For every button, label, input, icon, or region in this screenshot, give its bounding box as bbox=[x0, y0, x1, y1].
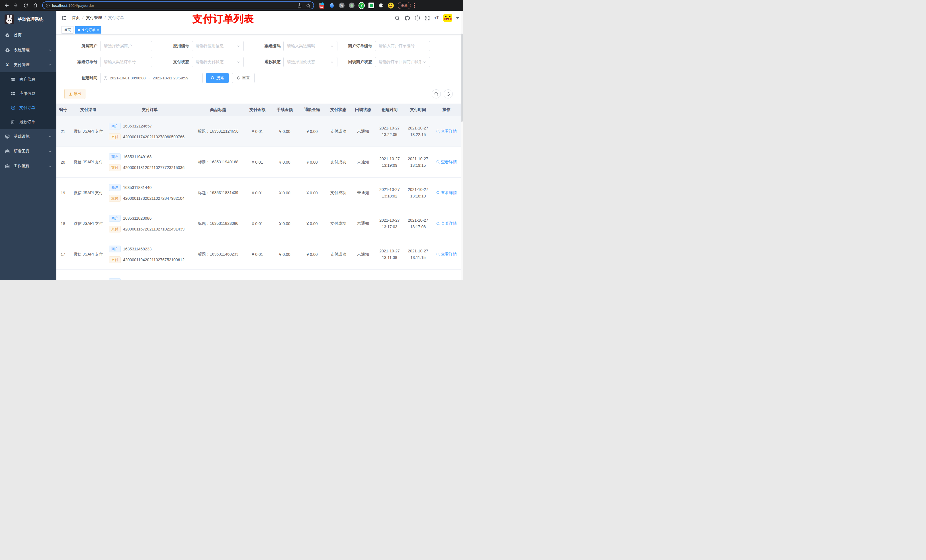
sidebar-fold-icon[interactable] bbox=[62, 15, 67, 21]
breadcrumb: 首页 / 支付管理 / 支付订单 bbox=[72, 15, 124, 21]
create-time-range-picker[interactable]: 2021-10-01 00:00:00 - 2021-10-31 23:59:5… bbox=[100, 73, 203, 83]
refresh-table-button[interactable] bbox=[443, 89, 453, 98]
sidebar-item-home[interactable]: 首页 bbox=[0, 28, 56, 43]
sidebar-item-system[interactable]: 系统管理 bbox=[0, 43, 56, 57]
view-detail-link[interactable]: 查看详情 bbox=[436, 129, 457, 134]
table-row-partial: 商户1635311157926 bbox=[56, 270, 463, 280]
search-icon[interactable] bbox=[395, 15, 400, 21]
sidebar-item-workflow[interactable]: 工作流程 bbox=[0, 159, 56, 174]
download-icon bbox=[69, 92, 72, 96]
extension-balloon-icon[interactable] bbox=[328, 2, 335, 9]
sidebar-item-dev-tools[interactable]: 研发工具 bbox=[0, 144, 56, 159]
address-bar[interactable]: localhost:1024/pay/order bbox=[42, 2, 314, 9]
pay-status-select[interactable]: 请选择支付状态 bbox=[192, 57, 244, 67]
refund-status-select[interactable]: 请选择退款状态 bbox=[283, 57, 337, 67]
user-menu-caret-icon[interactable] bbox=[456, 17, 459, 20]
sidebar-item-merchant-info[interactable]: 商户信息 bbox=[0, 72, 56, 86]
sidebar: 芋道管理系统 首页 系统管理 ¥ 支付管理 bbox=[0, 11, 56, 280]
svg-text:¥: ¥ bbox=[12, 106, 14, 109]
tab-pay-order[interactable]: 支付订单 × bbox=[75, 26, 101, 33]
documents-icon bbox=[11, 120, 15, 124]
sidebar-item-refund-order[interactable]: 退款订单 bbox=[0, 115, 56, 129]
sidebar-logo[interactable]: 芋道管理系统 bbox=[0, 11, 56, 28]
help-icon[interactable] bbox=[415, 15, 420, 21]
home-icon[interactable] bbox=[32, 2, 39, 9]
extension-chat-icon[interactable] bbox=[368, 3, 374, 8]
sidebar-item-pay-order[interactable]: ¥ 支付订单 bbox=[0, 101, 56, 115]
bookmark-star-icon[interactable] bbox=[306, 3, 311, 8]
share-icon[interactable] bbox=[297, 3, 302, 8]
github-icon[interactable] bbox=[404, 15, 410, 21]
orders-table: 编号 支付渠道 支付订单 商品标题 支付金额 手续金额 退款金额 支付状态 回调… bbox=[56, 104, 463, 280]
search-button[interactable]: 搜索 bbox=[206, 73, 228, 83]
sidebar-item-payment[interactable]: ¥ 支付管理 bbox=[0, 57, 56, 72]
notify-status-select[interactable]: 请选择订单回调商户状态 bbox=[375, 57, 430, 67]
annotation-title: 支付订单列表 bbox=[192, 12, 254, 26]
profile-emoji-icon[interactable] bbox=[388, 3, 394, 9]
chevron-down-icon bbox=[423, 60, 426, 64]
forward-icon[interactable] bbox=[12, 2, 20, 9]
date-end: 2021-10-31 23:59:59 bbox=[153, 76, 188, 80]
toggle-search-button[interactable] bbox=[432, 89, 441, 98]
extension-badge: 10 bbox=[319, 5, 324, 9]
close-icon[interactable]: × bbox=[97, 26, 99, 33]
extension-y-icon[interactable]: Y bbox=[359, 2, 365, 9]
merchant-order-no-input[interactable]: 请输入商户订单编号 bbox=[375, 41, 430, 51]
channel-order-no-input[interactable]: 请输入渠道订单号 bbox=[100, 57, 152, 67]
pay-tag: 支付 bbox=[109, 195, 121, 202]
sidebar-item-infrastructure[interactable]: 基础设施 bbox=[0, 129, 56, 144]
table-toolbar: 导出 bbox=[64, 89, 463, 99]
site-info-icon[interactable] bbox=[45, 3, 50, 8]
yen-icon: ¥ bbox=[5, 63, 10, 67]
view-detail-link[interactable]: 查看详情 bbox=[436, 221, 457, 226]
clock-icon bbox=[103, 76, 107, 80]
extension-command-icon[interactable]: ⌘ bbox=[339, 2, 345, 9]
scrollbar-thumb[interactable] bbox=[461, 33, 463, 122]
table-row: 17 微信 JSAPI 支付 商户1635311468233 支付4200001… bbox=[56, 239, 463, 270]
chevron-down-icon bbox=[48, 48, 52, 52]
merchant-tag: 商户 bbox=[109, 215, 121, 222]
magnifier-icon bbox=[436, 222, 440, 225]
page-scrollbar[interactable] bbox=[461, 11, 463, 280]
top-navbar: 首页 / 支付管理 / 支付订单 bbox=[56, 11, 463, 25]
reset-button[interactable]: 重置 bbox=[232, 73, 254, 83]
app-window: 芋道管理系统 首页 系统管理 ¥ 支付管理 bbox=[0, 11, 463, 280]
tab-home[interactable]: 首页 bbox=[62, 26, 73, 33]
reload-icon[interactable] bbox=[22, 2, 29, 9]
extension-blocks-icon[interactable]: 10 bbox=[319, 2, 325, 9]
refresh-icon bbox=[237, 76, 241, 80]
yen-circle-icon: ¥ bbox=[11, 106, 15, 110]
app-select[interactable]: 请选择应用信息 bbox=[192, 41, 244, 51]
magnifier-icon bbox=[436, 191, 440, 195]
magnifier-icon bbox=[436, 130, 440, 133]
view-detail-link[interactable]: 查看详情 bbox=[436, 190, 457, 195]
chrome-menu-icon[interactable] bbox=[414, 3, 415, 8]
chrome-update-button[interactable]: 更新 bbox=[398, 2, 411, 9]
chevron-down-icon bbox=[48, 165, 52, 168]
fullscreen-icon[interactable] bbox=[425, 15, 430, 21]
filter-label-pay-status: 支付状态 bbox=[152, 59, 192, 65]
filter-label-channel-code: 渠道编码 bbox=[244, 44, 283, 49]
page-content: 所属商户 请选择所属商户 应用编号 请选择应用信息 渠道编码 bbox=[56, 35, 463, 280]
breadcrumb-payment[interactable]: 支付管理 bbox=[86, 15, 102, 21]
dashboard-icon bbox=[5, 33, 10, 38]
view-detail-link[interactable]: 查看详情 bbox=[436, 160, 457, 165]
channel-code-select[interactable]: 请输入渠道编码 bbox=[283, 41, 337, 51]
user-avatar[interactable] bbox=[443, 14, 452, 22]
merchant-tag: 商户 bbox=[109, 153, 121, 160]
breadcrumb-home[interactable]: 首页 bbox=[72, 15, 80, 21]
back-icon[interactable] bbox=[3, 2, 10, 9]
extensions-puzzle-icon[interactable] bbox=[378, 2, 384, 9]
merchant-select[interactable]: 请选择所属商户 bbox=[100, 41, 152, 51]
export-button[interactable]: 导出 bbox=[64, 89, 85, 99]
extension-recorder-icon[interactable] bbox=[348, 2, 355, 9]
chevron-down-icon bbox=[330, 44, 334, 48]
font-size-icon[interactable]: TT bbox=[434, 15, 439, 21]
chevron-up-icon bbox=[48, 63, 52, 66]
filter-label-app: 应用编号 bbox=[152, 44, 192, 49]
view-detail-link[interactable]: 查看详情 bbox=[436, 252, 457, 257]
merchant-tag: 商户 bbox=[109, 278, 121, 280]
extension-area: 10 ⌘ Y bbox=[319, 2, 394, 9]
pay-tag: 支付 bbox=[109, 164, 121, 171]
sidebar-item-app-info[interactable]: 应用信息 bbox=[0, 86, 56, 101]
